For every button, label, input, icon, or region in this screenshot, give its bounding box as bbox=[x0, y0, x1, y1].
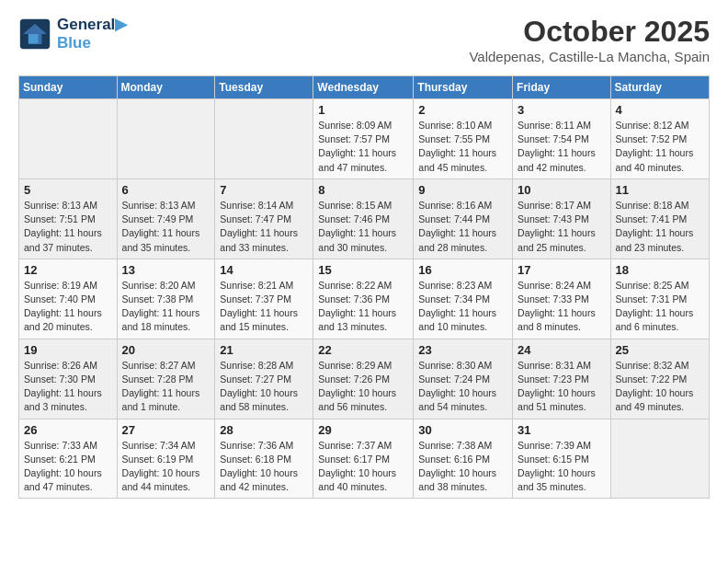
day-number: 25 bbox=[616, 343, 704, 357]
day-info: Sunrise: 8:13 AM Sunset: 7:51 PM Dayligh… bbox=[24, 199, 112, 255]
day-of-week-header: Tuesday bbox=[215, 76, 313, 99]
day-info: Sunrise: 8:15 AM Sunset: 7:46 PM Dayligh… bbox=[318, 199, 408, 255]
calendar-cell: 11Sunrise: 8:18 AM Sunset: 7:41 PM Dayli… bbox=[610, 178, 709, 259]
calendar-table: SundayMondayTuesdayWednesdayThursdayFrid… bbox=[18, 75, 710, 499]
title-block: October 2025 Valdepenas, Castille-La Man… bbox=[469, 15, 710, 64]
day-info: Sunrise: 7:39 AM Sunset: 6:15 PM Dayligh… bbox=[518, 439, 606, 495]
day-info: Sunrise: 8:26 AM Sunset: 7:30 PM Dayligh… bbox=[24, 359, 112, 415]
calendar-week-row: 12Sunrise: 8:19 AM Sunset: 7:40 PM Dayli… bbox=[19, 259, 710, 339]
calendar-cell: 23Sunrise: 8:30 AM Sunset: 7:24 PM Dayli… bbox=[414, 339, 513, 419]
day-info: Sunrise: 8:25 AM Sunset: 7:31 PM Dayligh… bbox=[616, 279, 704, 335]
calendar-cell: 27Sunrise: 7:34 AM Sunset: 6:19 PM Dayli… bbox=[117, 419, 215, 499]
day-number: 16 bbox=[418, 263, 507, 277]
logo-icon bbox=[18, 17, 51, 51]
day-number: 23 bbox=[418, 343, 507, 357]
calendar-cell bbox=[610, 419, 709, 499]
calendar-cell: 18Sunrise: 8:25 AM Sunset: 7:31 PM Dayli… bbox=[610, 259, 709, 339]
day-of-week-header: Sunday bbox=[19, 76, 118, 99]
day-number: 2 bbox=[418, 103, 507, 117]
day-info: Sunrise: 8:21 AM Sunset: 7:37 PM Dayligh… bbox=[220, 279, 308, 335]
day-info: Sunrise: 8:11 AM Sunset: 7:54 PM Dayligh… bbox=[518, 119, 606, 175]
calendar-cell: 3Sunrise: 8:11 AM Sunset: 7:54 PM Daylig… bbox=[513, 99, 611, 179]
page-header: General▶ Blue October 2025 Valdepenas, C… bbox=[18, 15, 710, 64]
day-number: 29 bbox=[318, 423, 408, 437]
day-info: Sunrise: 7:37 AM Sunset: 6:17 PM Dayligh… bbox=[318, 439, 408, 495]
calendar-cell: 16Sunrise: 8:23 AM Sunset: 7:34 PM Dayli… bbox=[414, 259, 513, 339]
day-number: 3 bbox=[518, 103, 606, 117]
calendar-header-row: SundayMondayTuesdayWednesdayThursdayFrid… bbox=[19, 76, 710, 99]
day-of-week-header: Thursday bbox=[414, 76, 513, 99]
calendar-week-row: 26Sunrise: 7:33 AM Sunset: 6:21 PM Dayli… bbox=[19, 419, 710, 499]
calendar-cell: 17Sunrise: 8:24 AM Sunset: 7:33 PM Dayli… bbox=[513, 259, 611, 339]
day-number: 28 bbox=[220, 423, 308, 437]
day-info: Sunrise: 8:29 AM Sunset: 7:26 PM Dayligh… bbox=[318, 359, 408, 415]
day-number: 8 bbox=[318, 183, 408, 197]
day-info: Sunrise: 8:10 AM Sunset: 7:55 PM Dayligh… bbox=[418, 119, 507, 175]
calendar-cell: 12Sunrise: 8:19 AM Sunset: 7:40 PM Dayli… bbox=[19, 259, 118, 339]
calendar-cell: 9Sunrise: 8:16 AM Sunset: 7:44 PM Daylig… bbox=[414, 178, 513, 259]
calendar-cell bbox=[19, 99, 118, 179]
logo-text: General▶ Blue bbox=[57, 15, 127, 52]
calendar-cell: 2Sunrise: 8:10 AM Sunset: 7:55 PM Daylig… bbox=[414, 99, 513, 179]
calendar-cell bbox=[117, 99, 215, 179]
day-of-week-header: Wednesday bbox=[313, 76, 414, 99]
day-number: 4 bbox=[616, 103, 704, 117]
day-number: 12 bbox=[24, 263, 112, 277]
day-number: 9 bbox=[418, 183, 507, 197]
day-info: Sunrise: 8:14 AM Sunset: 7:47 PM Dayligh… bbox=[220, 199, 308, 255]
day-info: Sunrise: 7:38 AM Sunset: 6:16 PM Dayligh… bbox=[418, 439, 507, 495]
day-number: 17 bbox=[518, 263, 606, 277]
calendar-cell: 10Sunrise: 8:17 AM Sunset: 7:43 PM Dayli… bbox=[513, 178, 611, 259]
day-info: Sunrise: 8:23 AM Sunset: 7:34 PM Dayligh… bbox=[418, 279, 507, 335]
day-number: 14 bbox=[220, 263, 308, 277]
calendar-cell: 29Sunrise: 7:37 AM Sunset: 6:17 PM Dayli… bbox=[313, 419, 414, 499]
day-number: 13 bbox=[122, 263, 210, 277]
day-info: Sunrise: 7:36 AM Sunset: 6:18 PM Dayligh… bbox=[220, 439, 308, 495]
calendar-cell: 8Sunrise: 8:15 AM Sunset: 7:46 PM Daylig… bbox=[313, 178, 414, 259]
day-number: 18 bbox=[616, 263, 704, 277]
calendar-cell: 21Sunrise: 8:28 AM Sunset: 7:27 PM Dayli… bbox=[215, 339, 313, 419]
day-info: Sunrise: 8:32 AM Sunset: 7:22 PM Dayligh… bbox=[616, 359, 704, 415]
day-info: Sunrise: 8:16 AM Sunset: 7:44 PM Dayligh… bbox=[418, 199, 507, 255]
calendar-cell: 6Sunrise: 8:13 AM Sunset: 7:49 PM Daylig… bbox=[117, 178, 215, 259]
day-number: 15 bbox=[318, 263, 408, 277]
calendar-cell: 24Sunrise: 8:31 AM Sunset: 7:23 PM Dayli… bbox=[513, 339, 611, 419]
day-info: Sunrise: 8:30 AM Sunset: 7:24 PM Dayligh… bbox=[418, 359, 507, 415]
day-info: Sunrise: 8:12 AM Sunset: 7:52 PM Dayligh… bbox=[616, 119, 704, 175]
calendar-cell: 25Sunrise: 8:32 AM Sunset: 7:22 PM Dayli… bbox=[610, 339, 709, 419]
calendar-cell: 13Sunrise: 8:20 AM Sunset: 7:38 PM Dayli… bbox=[117, 259, 215, 339]
page-container: General▶ Blue October 2025 Valdepenas, C… bbox=[0, 0, 728, 508]
calendar-cell: 15Sunrise: 8:22 AM Sunset: 7:36 PM Dayli… bbox=[313, 259, 414, 339]
calendar-cell: 1Sunrise: 8:09 AM Sunset: 7:57 PM Daylig… bbox=[313, 99, 414, 179]
day-of-week-header: Friday bbox=[513, 76, 611, 99]
calendar-week-row: 1Sunrise: 8:09 AM Sunset: 7:57 PM Daylig… bbox=[19, 99, 710, 179]
day-info: Sunrise: 8:13 AM Sunset: 7:49 PM Dayligh… bbox=[122, 199, 210, 255]
day-number: 30 bbox=[418, 423, 507, 437]
day-number: 26 bbox=[24, 423, 112, 437]
calendar-cell bbox=[215, 99, 313, 179]
day-info: Sunrise: 8:22 AM Sunset: 7:36 PM Dayligh… bbox=[318, 279, 408, 335]
calendar-week-row: 19Sunrise: 8:26 AM Sunset: 7:30 PM Dayli… bbox=[19, 339, 710, 419]
calendar-cell: 22Sunrise: 8:29 AM Sunset: 7:26 PM Dayli… bbox=[313, 339, 414, 419]
day-number: 5 bbox=[24, 183, 112, 197]
location: Valdepenas, Castille-La Mancha, Spain bbox=[469, 49, 710, 64]
day-number: 6 bbox=[122, 183, 210, 197]
day-info: Sunrise: 8:31 AM Sunset: 7:23 PM Dayligh… bbox=[518, 359, 606, 415]
calendar-cell: 14Sunrise: 8:21 AM Sunset: 7:37 PM Dayli… bbox=[215, 259, 313, 339]
day-number: 7 bbox=[220, 183, 308, 197]
day-info: Sunrise: 8:24 AM Sunset: 7:33 PM Dayligh… bbox=[518, 279, 606, 335]
calendar-cell: 30Sunrise: 7:38 AM Sunset: 6:16 PM Dayli… bbox=[414, 419, 513, 499]
day-number: 21 bbox=[220, 343, 308, 357]
calendar-cell: 7Sunrise: 8:14 AM Sunset: 7:47 PM Daylig… bbox=[215, 178, 313, 259]
calendar-cell: 5Sunrise: 8:13 AM Sunset: 7:51 PM Daylig… bbox=[19, 178, 118, 259]
calendar-cell: 4Sunrise: 8:12 AM Sunset: 7:52 PM Daylig… bbox=[610, 99, 709, 179]
calendar-cell: 28Sunrise: 7:36 AM Sunset: 6:18 PM Dayli… bbox=[215, 419, 313, 499]
day-info: Sunrise: 8:27 AM Sunset: 7:28 PM Dayligh… bbox=[122, 359, 210, 415]
calendar-week-row: 5Sunrise: 8:13 AM Sunset: 7:51 PM Daylig… bbox=[19, 178, 710, 259]
calendar-cell: 20Sunrise: 8:27 AM Sunset: 7:28 PM Dayli… bbox=[117, 339, 215, 419]
day-number: 1 bbox=[318, 103, 408, 117]
day-number: 22 bbox=[318, 343, 408, 357]
calendar-cell: 26Sunrise: 7:33 AM Sunset: 6:21 PM Dayli… bbox=[19, 419, 118, 499]
day-info: Sunrise: 7:33 AM Sunset: 6:21 PM Dayligh… bbox=[24, 439, 112, 495]
logo: General▶ Blue bbox=[18, 15, 127, 52]
